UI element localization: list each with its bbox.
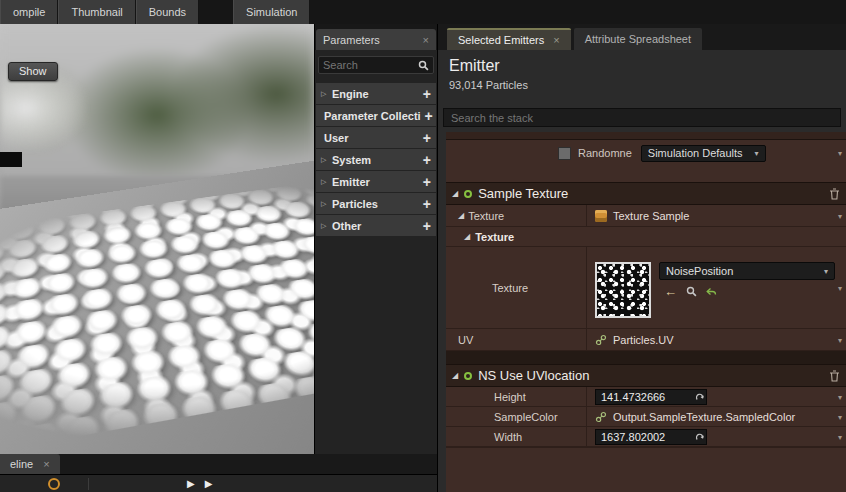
tab-selected-emitters[interactable]: Selected Emitters × [447,28,571,50]
bounds-button[interactable]: Bounds [136,0,199,24]
clipped-row [446,132,846,140]
category-other[interactable]: ▷ Other + [316,215,436,236]
timeline-toolbar: ▶ ▶ [0,474,437,492]
enabled-ring-icon[interactable] [464,372,472,380]
row-label: Height [494,391,526,403]
compile-button[interactable]: ompile [0,0,58,24]
row-value[interactable]: Texture Sample [613,210,689,222]
revert-arrow-icon[interactable] [695,392,705,402]
timeline-tab-label: eline [10,458,33,470]
category-label: Engine [332,88,369,100]
module-title: NS Use UVlocation [478,368,589,383]
use-selected-asset-icon[interactable]: ← [664,285,677,298]
emitter-header: Emitter 93,014 Particles [438,50,846,106]
row-label: SampleColor [494,411,558,423]
expand-icon[interactable]: ◢ [458,211,464,220]
texture-asset-dropdown[interactable]: NoisePosition ▾ [659,262,835,280]
parameters-tabbar: Parameters × [315,24,437,50]
width-input[interactable] [595,429,707,445]
texture-thumbnail[interactable] [595,262,651,318]
show-menu-button[interactable]: Show [8,62,58,81]
playback-controls: ▶ ▶ [187,479,212,489]
samplecolor-row: SampleColor Output.SampleTexture.Sampled… [446,407,846,427]
randomness-checkbox[interactable] [558,147,571,160]
randomness-label: Randomne [578,147,632,159]
texture-group-row[interactable]: ◢ Texture [446,227,846,247]
row-label: Texture [492,282,528,294]
tab-timeline[interactable]: eline × [0,454,60,474]
particle-count: 93,014 Particles [449,79,835,91]
chevron-right-icon: ▷ [321,90,329,98]
add-parameter-icon[interactable]: + [419,153,431,167]
delete-module-icon[interactable] [829,370,840,382]
browse-to-asset-icon[interactable] [686,286,697,297]
texture-asset-row: Texture NoisePosition ▾ ← [446,247,846,329]
preview-viewport[interactable]: Show [0,24,314,454]
add-parameter-icon[interactable]: + [419,175,431,189]
enabled-ring-icon[interactable] [464,190,472,198]
reset-asset-icon[interactable] [706,286,717,297]
link-icon [595,411,607,423]
tab-label: Attribute Spreadsheet [585,33,691,45]
ns-use-uvlocation-header[interactable]: ◢ NS Use UVlocation [446,364,846,387]
row-menu-icon[interactable]: ▾ [838,432,842,441]
category-system[interactable]: ▷ System + [316,149,436,170]
stack-search-input[interactable] [451,112,833,124]
chevron-right-icon: ▷ [321,200,329,208]
stack-search-box [443,108,841,127]
play-to-end-icon[interactable]: ▶ [205,479,213,489]
close-icon[interactable]: × [423,34,429,46]
row-menu-icon[interactable]: ▾ [838,283,842,292]
add-parameter-icon[interactable]: + [419,87,431,101]
thumbnail-button[interactable]: Thumbnail [58,0,135,24]
row-menu-icon[interactable]: ▾ [838,149,842,158]
texture-sample-icon [595,210,607,222]
loop-record-icon[interactable] [48,478,60,490]
row-menu-icon[interactable]: ▾ [838,392,842,401]
timeline-tabbar: eline × [0,454,437,474]
row-label: Width [494,431,522,443]
linked-value[interactable]: Output.SampleTexture.SampledColor [613,411,795,423]
row-menu-icon[interactable]: ▾ [838,412,842,421]
tab-parameters[interactable]: Parameters × [316,29,436,50]
parameters-search-input[interactable] [323,59,418,71]
add-parameter-icon[interactable]: + [421,109,433,123]
category-emitter[interactable]: ▷ Emitter + [316,171,436,192]
top-toolbar: ompile Thumbnail Bounds Simulation [0,0,846,24]
add-parameter-icon[interactable]: + [419,219,431,233]
row-menu-icon[interactable]: ▾ [838,335,842,344]
expand-icon[interactable]: ◢ [452,189,458,198]
category-label: User [324,132,348,144]
chevron-right-icon: ▷ [321,222,329,230]
timeline-panel: eline × ▶ ▶ [0,454,437,492]
selected-emitters-panel: Selected Emitters × Attribute Spreadshee… [437,24,846,492]
close-icon[interactable]: × [43,458,49,470]
category-engine[interactable]: ▷ Engine + [316,83,436,104]
simulation-defaults-dropdown[interactable]: Simulation Defaults ▾ [641,145,766,162]
row-label: UV [458,334,473,346]
row-menu-icon[interactable]: ▾ [838,211,842,220]
expand-icon[interactable]: ◢ [452,371,458,380]
asset-name: NoisePosition [666,265,733,277]
simulation-button[interactable]: Simulation [233,0,310,24]
parameters-category-list: ▷ Engine + Parameter Collecti + User + ▷… [315,83,437,236]
category-particles[interactable]: ▷ Particles + [316,193,436,214]
sample-texture-header[interactable]: ◢ Sample Texture [446,182,846,205]
close-icon[interactable]: × [553,34,559,46]
category-parameter-collections[interactable]: Parameter Collecti + [316,105,436,126]
niagara-editor-window: ompile Thumbnail Bounds Simulation Show … [0,0,846,492]
height-row: Height ▾ [446,387,846,407]
play-icon[interactable]: ▶ [187,479,195,489]
tab-attribute-spreadsheet[interactable]: Attribute Spreadsheet [574,28,702,50]
add-parameter-icon[interactable]: + [419,197,431,211]
revert-arrow-icon[interactable] [695,432,705,442]
linked-value[interactable]: Particles.UV [613,334,674,346]
add-parameter-icon[interactable]: + [419,131,431,145]
delete-module-icon[interactable] [829,188,840,200]
height-input[interactable] [595,389,707,405]
uv-row: UV Particles.UV ▾ [446,329,846,351]
chevron-down-icon: ▾ [755,149,759,158]
expand-icon[interactable]: ◢ [464,232,470,241]
chevron-right-icon: ▷ [321,178,329,186]
category-user[interactable]: User + [316,127,436,148]
